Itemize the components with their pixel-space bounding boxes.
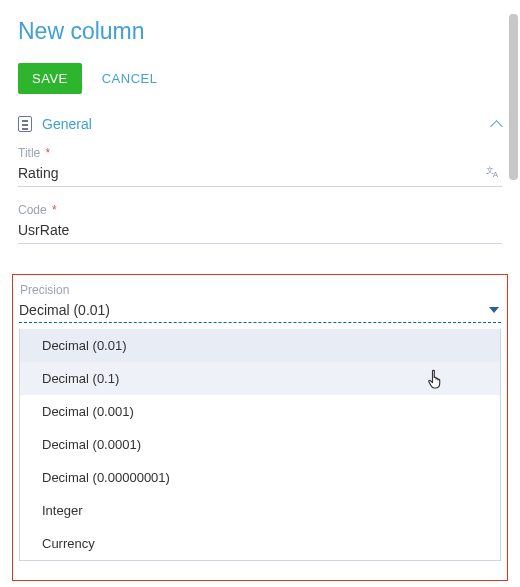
dropdown-option[interactable]: Decimal (0.00000001) xyxy=(20,461,500,494)
code-label-text: Code xyxy=(18,203,47,217)
required-mark: * xyxy=(49,203,57,217)
cursor-pointer-icon xyxy=(428,368,446,390)
title-label: Title * xyxy=(18,146,502,160)
dropdown-option[interactable]: Decimal (0.0001) xyxy=(20,428,500,461)
precision-dropdown[interactable] xyxy=(19,300,501,323)
required-mark: * xyxy=(42,146,50,160)
page-title: New column xyxy=(18,18,502,45)
code-label: Code * xyxy=(18,203,502,217)
dropdown-option[interactable]: Decimal (0.001) xyxy=(20,395,500,428)
scrollbar[interactable] xyxy=(509,14,518,180)
translate-icon[interactable]: 文 A xyxy=(486,165,502,182)
dropdown-option[interactable]: Currency xyxy=(20,527,500,560)
dropdown-option[interactable]: Decimal (0.01) xyxy=(20,329,500,362)
precision-input[interactable] xyxy=(19,300,489,320)
precision-label: Precision xyxy=(19,283,501,297)
field-title: Title * 文 A xyxy=(18,146,502,187)
section-title: General xyxy=(42,116,490,132)
dropdown-option[interactable]: Decimal (0.1) xyxy=(20,362,500,395)
save-button[interactable]: SAVE xyxy=(18,63,82,94)
precision-highlight: Precision Decimal (0.01)Decimal (0.1)Dec… xyxy=(12,274,508,581)
chevron-up-icon[interactable] xyxy=(490,118,502,130)
title-label-text: Title xyxy=(18,146,40,160)
precision-dropdown-list: Decimal (0.01)Decimal (0.1)Decimal (0.00… xyxy=(19,329,501,561)
title-input[interactable] xyxy=(18,163,486,183)
chevron-down-icon[interactable] xyxy=(489,307,499,313)
dropdown-option[interactable]: Integer xyxy=(20,494,500,527)
cancel-button[interactable]: CANCEL xyxy=(102,71,158,86)
svg-text:A: A xyxy=(493,170,499,179)
code-input[interactable] xyxy=(18,220,502,240)
field-code: Code * xyxy=(18,203,502,244)
section-header-general[interactable]: General xyxy=(18,116,502,132)
button-row: SAVE CANCEL xyxy=(18,63,502,94)
form-icon xyxy=(18,116,32,132)
